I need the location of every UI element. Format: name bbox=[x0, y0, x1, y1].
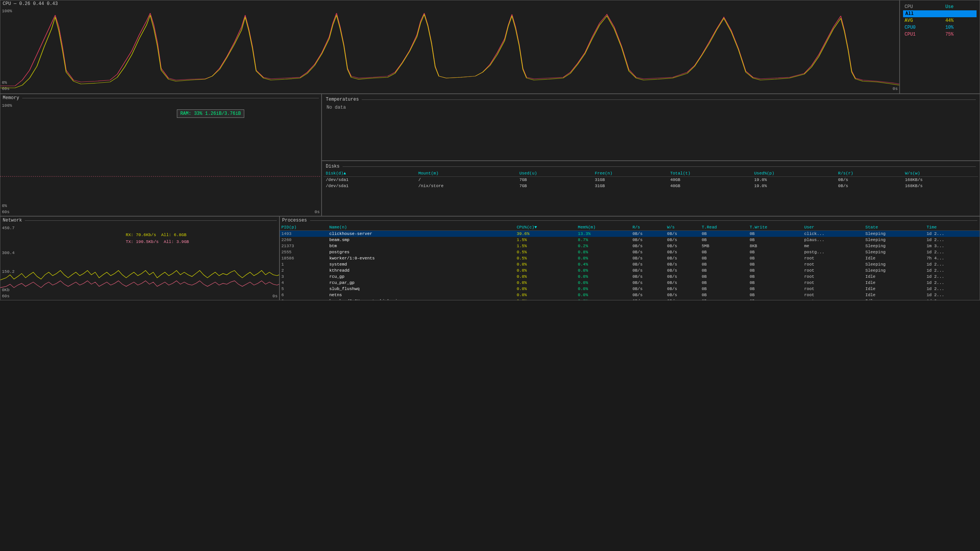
disk-used: 7GB bbox=[517, 183, 593, 189]
proc-col-name: Name(n) bbox=[328, 224, 515, 231]
cpu-sidebar: CPU Use All AVG 44% CPU0 10% bbox=[900, 0, 980, 94]
proc-name: kthreadd bbox=[328, 267, 515, 274]
disks-panel: Disks Disk(d)▲ Mount(m) Used(u) Free(n) … bbox=[322, 161, 980, 216]
process-row[interactable]: 18586 kworker/1:0-events 0.5% 0.0% 0B/s … bbox=[280, 255, 980, 261]
proc-cpu: 0.0% bbox=[515, 280, 577, 286]
disk-ws: 168KB/s bbox=[903, 183, 978, 189]
cpu-avg-value: 44% bbox=[944, 17, 977, 24]
proc-mem: 0.4% bbox=[577, 261, 631, 267]
proc-time: 1d 2... bbox=[925, 292, 980, 298]
proc-name: clickhouse-server bbox=[328, 231, 515, 237]
proc-rs: 0B/s bbox=[631, 292, 665, 298]
cpu-all-label: All bbox=[903, 10, 944, 17]
processes-title: Processes bbox=[280, 217, 980, 224]
proc-name: postgres bbox=[328, 249, 515, 255]
proc-tread: 0B bbox=[700, 231, 748, 237]
cpu-0-row[interactable]: CPU0 10% bbox=[903, 24, 977, 31]
process-row[interactable]: 6 netns 0.0% 0.0% 0B/s 0B/s 0B 0B root I… bbox=[280, 292, 980, 298]
proc-state: Idle bbox=[864, 286, 925, 292]
disk-rs: 0B/s bbox=[836, 177, 903, 183]
cpu-title: CPU — 0.26 0.44 0.43 bbox=[0, 0, 899, 7]
proc-ws: 0B/s bbox=[666, 243, 700, 249]
proc-col-tread: T.Read bbox=[700, 224, 748, 231]
proc-tread: 0B bbox=[700, 298, 748, 300]
proc-time: 7h 4... bbox=[925, 255, 980, 261]
proc-twrite: 8KB bbox=[748, 243, 803, 249]
proc-name: systemd bbox=[328, 261, 515, 267]
use-col-header: Use bbox=[944, 3, 977, 10]
cpu-1-row[interactable]: CPU1 75% bbox=[903, 31, 977, 38]
disk-col-usedpct: Used%(p) bbox=[752, 170, 836, 177]
proc-user: click... bbox=[803, 231, 864, 237]
disk-col-total: Total(t) bbox=[668, 170, 752, 177]
proc-tread: 0B bbox=[700, 255, 748, 261]
proc-twrite: 0B bbox=[748, 292, 803, 298]
disks-table: Disk(d)▲ Mount(m) Used(u) Free(n) Total(… bbox=[323, 170, 978, 189]
process-row[interactable]: 1 systemd 0.0% 0.4% 0B/s 0B/s 0B 0B root… bbox=[280, 261, 980, 267]
proc-ws: 0B/s bbox=[666, 261, 700, 267]
proc-twrite: 0B bbox=[748, 255, 803, 261]
proc-twrite: 0B bbox=[748, 286, 803, 292]
proc-mem: 0.0% bbox=[577, 292, 631, 298]
disk-rs: 0B/s bbox=[836, 183, 903, 189]
proc-state: Sleeping bbox=[864, 261, 925, 267]
proc-cpu: 0.5% bbox=[515, 255, 577, 261]
proc-name: beam.smp bbox=[328, 237, 515, 243]
cpu-1-label: CPU1 bbox=[903, 31, 944, 38]
process-row[interactable]: 21373 btm 1.5% 0.2% 0B/s 0B/s 5MB 8KB me… bbox=[280, 243, 980, 249]
proc-ws: 0B/s bbox=[666, 274, 700, 280]
cpu-panel: CPU — 0.26 0.44 0.43 100% 0% 60s 0s bbox=[0, 0, 900, 94]
proc-pid: 4 bbox=[280, 280, 328, 286]
proc-mem: 0.0% bbox=[577, 298, 631, 300]
process-row[interactable]: 4 rcu_par_gp 0.0% 0.0% 0B/s 0B/s 0B 0B r… bbox=[280, 280, 980, 286]
proc-user: root bbox=[803, 255, 864, 261]
proc-ws: 0B/s bbox=[666, 237, 700, 243]
cpu-all-row[interactable]: All bbox=[903, 10, 977, 17]
process-row[interactable]: 5 slub_flushwq 0.0% 0.0% 0B/s 0B/s 0B 0B… bbox=[280, 286, 980, 292]
process-row[interactable]: 1493 clickhouse-server 39.6% 13.3% 0B/s … bbox=[280, 231, 980, 237]
proc-rs: 0B/s bbox=[631, 267, 665, 274]
cpu-0-value: 10% bbox=[944, 24, 977, 31]
proc-pid: 5 bbox=[280, 286, 328, 292]
cpu-avg-row[interactable]: AVG 44% bbox=[903, 17, 977, 24]
proc-mem: 0.2% bbox=[577, 243, 631, 249]
proc-time: 1d 2... bbox=[925, 298, 980, 300]
proc-name: netns bbox=[328, 292, 515, 298]
cpu-chart bbox=[0, 7, 899, 92]
proc-tread: 0B bbox=[700, 292, 748, 298]
process-row[interactable]: 2260 beam.smp 1.5% 8.7% 0B/s 0B/s 0B 0B … bbox=[280, 237, 980, 243]
proc-time: 1d 2... bbox=[925, 237, 980, 243]
proc-user: plaus... bbox=[803, 237, 864, 243]
proc-user: root bbox=[803, 280, 864, 286]
proc-state: Sleeping bbox=[864, 231, 925, 237]
proc-rs: 0B/s bbox=[631, 261, 665, 267]
proc-time: 1d 2... bbox=[925, 261, 980, 267]
proc-rs: 0B/s bbox=[631, 237, 665, 243]
proc-pid: 2555 bbox=[280, 249, 328, 255]
network-panel: Network 450.7 300.4 150.2 0Kb 60s 0s RX:… bbox=[0, 216, 279, 300]
network-title: Network bbox=[0, 217, 279, 224]
proc-twrite: 0B bbox=[748, 298, 803, 300]
network-chart bbox=[0, 224, 279, 299]
proc-twrite: 0B bbox=[748, 261, 803, 267]
process-row[interactable]: 8 kworker/0:0H-events_highpri 0.0% 0.0% … bbox=[280, 298, 980, 300]
process-row[interactable]: 2555 postgres 0.5% 0.8% 0B/s 0B/s 0B 0B … bbox=[280, 249, 980, 255]
disk-used: 7GB bbox=[517, 177, 593, 183]
proc-pid: 3 bbox=[280, 274, 328, 280]
proc-col-ws: W/s bbox=[666, 224, 700, 231]
memory-panel: Memory 100% 0% 60s 0s RAM: 33% 1.26iB/3.… bbox=[0, 94, 322, 216]
disk-col-rs: R/s(r) bbox=[836, 170, 903, 177]
proc-name: rcu_gp bbox=[328, 274, 515, 280]
proc-ws: 0B/s bbox=[666, 280, 700, 286]
disk-col-ws: W/s(w) bbox=[903, 170, 978, 177]
disk-col-used: Used(u) bbox=[517, 170, 593, 177]
proc-mem: 0.0% bbox=[577, 286, 631, 292]
process-row[interactable]: 3 rcu_gp 0.0% 0.0% 0B/s 0B/s 0B 0B root … bbox=[280, 274, 980, 280]
proc-tread: 5MB bbox=[700, 243, 748, 249]
disk-row[interactable]: /dev/sda1 / 7GB 31GB 40GB 19.0% 0B/s 168… bbox=[323, 177, 978, 183]
proc-col-twrite: T.Write bbox=[748, 224, 803, 231]
disk-row[interactable]: /dev/sda1 /nix/store 7GB 31GB 40GB 19.0%… bbox=[323, 183, 978, 189]
process-row[interactable]: 2 kthreadd 0.0% 0.0% 0B/s 0B/s 0B 0B roo… bbox=[280, 267, 980, 274]
proc-name: kworker/0:0H-events_highpri bbox=[328, 298, 515, 300]
temperatures-title: Temperatures bbox=[323, 96, 978, 103]
